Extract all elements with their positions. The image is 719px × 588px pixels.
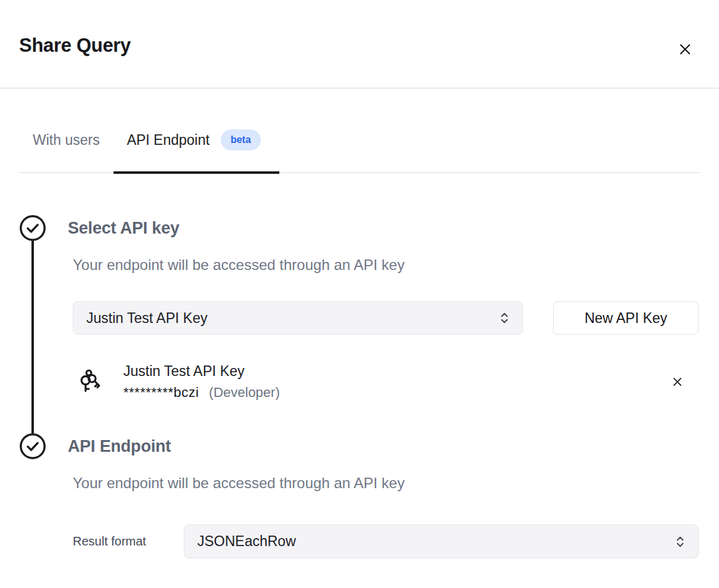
api-key-select[interactable]: Justin Test API Key [73, 301, 523, 335]
api-key-select-row: Justin Test API Key New API Key [68, 301, 699, 335]
close-icon [678, 42, 692, 57]
selected-api-key-card: Justin Test API Key *********bczi (Devel… [68, 362, 699, 401]
tab-label: With users [33, 131, 100, 149]
step-select-api-key: Select API key Your endpoint will be acc… [19, 214, 699, 433]
remove-key-button[interactable] [669, 374, 685, 390]
step-body: API Endpoint Your endpoint will be acces… [68, 433, 699, 558]
key-name: Justin Test API Key [123, 362, 280, 380]
step-title: API Endpoint [68, 433, 699, 460]
chevron-up-down-icon [673, 535, 687, 549]
x-icon [672, 376, 683, 388]
result-format-row: Result format JSONEachRow [68, 525, 699, 558]
step-rail [19, 214, 46, 433]
check-circle-icon [19, 214, 46, 242]
share-query-modal: Share Query With users API Endpoint beta [0, 0, 719, 558]
step-description: Your endpoint will be accessed through a… [68, 474, 699, 492]
step-title: Select API key [68, 214, 699, 242]
modal-header: Share Query [0, 0, 719, 89]
stepper-connector-line [31, 241, 34, 433]
tab-with-users[interactable]: With users [19, 129, 113, 173]
keys-icon [75, 367, 104, 396]
tab-api-endpoint[interactable]: API Endpoint beta [113, 129, 279, 173]
key-info: Justin Test API Key *********bczi (Devel… [123, 362, 280, 401]
tab-bar: With users API Endpoint beta [19, 129, 701, 173]
chevron-up-down-icon [498, 311, 511, 325]
result-format-label: Result format [73, 534, 184, 549]
beta-badge: beta [221, 129, 261, 150]
api-key-select-value: Justin Test API Key [86, 310, 207, 327]
page-title: Share Query [19, 35, 131, 57]
key-masked-secret: *********bczi [123, 385, 199, 400]
result-format-select-value: JSONEachRow [197, 533, 296, 550]
key-role: (Developer) [209, 385, 280, 400]
step-api-endpoint: API Endpoint Your endpoint will be acces… [19, 433, 699, 558]
key-secret-row: *********bczi (Developer) [123, 385, 280, 401]
result-format-select[interactable]: JSONEachRow [184, 525, 699, 558]
step-description: Your endpoint will be accessed through a… [68, 256, 699, 274]
stepper: Select API key Your endpoint will be acc… [19, 214, 699, 558]
step-rail [19, 433, 46, 558]
check-circle-icon [19, 433, 46, 460]
step-body: Select API key Your endpoint will be acc… [68, 214, 699, 433]
tab-label: API Endpoint [127, 131, 210, 149]
new-api-key-button[interactable]: New API Key [553, 301, 699, 335]
close-button[interactable] [676, 41, 694, 58]
